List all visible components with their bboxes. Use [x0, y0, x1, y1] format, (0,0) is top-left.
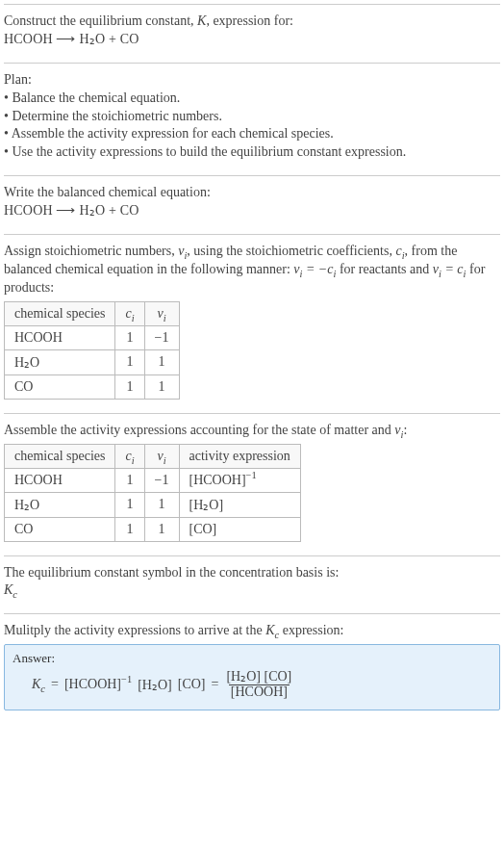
th-ci: ci — [115, 301, 144, 325]
answer-label: Answer: — [13, 651, 491, 666]
cell-vi: 1 — [144, 374, 179, 399]
cell-ci: 1 — [115, 325, 144, 349]
term-co: [CO] — [178, 677, 206, 692]
table-row: HCOOH 1 −1 — [5, 325, 180, 349]
step3-title: Assemble the activity expressions accoun… — [4, 422, 500, 440]
cell-activity: [HCOOH]−1 — [179, 468, 300, 492]
step2-intro: Assign stoichiometric numbers, νi, using… — [4, 243, 500, 297]
cell-vi: −1 — [144, 468, 179, 492]
plan-section: Plan: • Balance the chemical equation. •… — [4, 63, 500, 175]
title-line: Construct the equilibrium constant, K, e… — [4, 13, 500, 31]
cell-vi: −1 — [144, 325, 179, 349]
cell-ci: 1 — [115, 349, 144, 374]
step1-title: Write the balanced chemical equation: — [4, 184, 500, 202]
kc-symbol: Kc — [265, 623, 279, 637]
answer-equation: Kc = [HCOOH]−1 [H₂O] [CO] = [H₂O] [CO] [… — [13, 670, 491, 699]
answer-box: Answer: Kc = [HCOOH]−1 [H₂O] [CO] = [H₂O… — [4, 644, 500, 710]
table-row: H₂O 1 1 [H₂O] — [5, 492, 301, 517]
th-vi: νi — [144, 444, 179, 468]
text: expression: — [279, 623, 343, 637]
th-activity: activity expression — [179, 444, 300, 468]
fraction-numerator: [H₂O] [CO] — [224, 670, 293, 684]
activity-section: Assemble the activity expressions accoun… — [4, 413, 500, 555]
cell-vi: 1 — [144, 349, 179, 374]
equals-sign: = — [51, 677, 59, 692]
balanced-equation-section: Write the balanced chemical equation: HC… — [4, 175, 500, 234]
cell-species: HCOOH — [5, 325, 115, 349]
text: Assemble the activity expressions accoun… — [4, 423, 394, 437]
rel-reactants: νi = −ci — [293, 262, 336, 276]
cell-vi: 1 — [144, 492, 179, 517]
text: for reactants and — [336, 262, 432, 276]
cell-species: HCOOH — [5, 468, 115, 492]
stoichiometric-section: Assign stoichiometric numbers, νi, using… — [4, 234, 500, 413]
cell-ci: 1 — [115, 492, 144, 517]
term-exp: −1 — [121, 675, 132, 685]
step4-title: The equilibrium constant symbol in the c… — [4, 564, 500, 582]
table-row: CO 1 1 — [5, 374, 180, 399]
cell-activity: [CO] — [179, 517, 300, 541]
table-row: H₂O 1 1 — [5, 349, 180, 374]
cell-species: CO — [5, 517, 115, 541]
th-species: chemical species — [5, 301, 115, 325]
rel-products: νi = ci — [433, 262, 466, 276]
kc-symbol-section: The equilibrium constant symbol in the c… — [4, 555, 500, 614]
kc-lhs: Kc — [32, 677, 45, 692]
cell-activity: [H₂O] — [179, 492, 300, 517]
cell-ci: 1 — [115, 517, 144, 541]
cell-ci: 1 — [115, 468, 144, 492]
term-base: [HCOOH] — [64, 677, 121, 691]
cell-vi: 1 — [144, 517, 179, 541]
plan-item: • Use the activity expressions to build … — [4, 143, 500, 162]
header-section: Construct the equilibrium constant, K, e… — [4, 4, 500, 63]
text: : — [403, 423, 407, 437]
header-equation: HCOOH ⟶ H₂O + CO — [4, 31, 500, 49]
title-mid: , expression for: — [206, 13, 293, 28]
plan-item: • Balance the chemical equation. — [4, 90, 500, 108]
th-species: chemical species — [5, 444, 115, 468]
text: Assign stoichiometric numbers, — [4, 244, 178, 258]
text: Mulitply the activity expressions to arr… — [4, 623, 265, 637]
th-vi: νi — [144, 301, 179, 325]
term-hcooh-inv: [HCOOH]−1 — [64, 677, 132, 692]
cell-ci: 1 — [115, 374, 144, 399]
step5-title: Mulitply the activity expressions to arr… — [4, 622, 500, 640]
step1-equation: HCOOH ⟶ H₂O + CO — [4, 202, 500, 220]
cell-species: CO — [5, 374, 115, 399]
final-section: Mulitply the activity expressions to arr… — [4, 613, 500, 723]
title-prefix: Construct the equilibrium constant, — [4, 13, 197, 28]
act-exp: −1 — [246, 470, 257, 480]
text: , using the stoichiometric coefficients, — [187, 244, 395, 258]
th-ci: ci — [115, 444, 144, 468]
stoich-table: chemical species ci νi HCOOH 1 −1 H₂O 1 … — [4, 301, 180, 400]
activity-table: chemical species ci νi activity expressi… — [4, 444, 301, 542]
plan-item: • Determine the stoichiometric numbers. — [4, 108, 500, 126]
table-header-row: chemical species ci νi — [5, 301, 180, 325]
plan-item: • Assemble the activity expression for e… — [4, 125, 500, 143]
cell-species: H₂O — [5, 349, 115, 374]
plan-title: Plan: — [4, 71, 500, 90]
table-row: HCOOH 1 −1 [HCOOH]−1 — [5, 468, 301, 492]
term-h2o: [H₂O] — [138, 677, 172, 693]
c-symbol: ci — [395, 244, 404, 258]
kc-symbol: Kc — [4, 581, 500, 600]
table-header-row: chemical species ci νi activity expressi… — [5, 444, 301, 468]
act-base: [HCOOH] — [189, 473, 246, 487]
fraction: [H₂O] [CO] [HCOOH] — [224, 670, 293, 699]
fraction-denominator: [HCOOH] — [229, 684, 290, 700]
nu-symbol: νi — [178, 244, 187, 258]
k-symbol: K — [197, 13, 206, 28]
cell-species: H₂O — [5, 492, 115, 517]
table-row: CO 1 1 [CO] — [5, 517, 301, 541]
equals-sign: = — [212, 677, 219, 692]
